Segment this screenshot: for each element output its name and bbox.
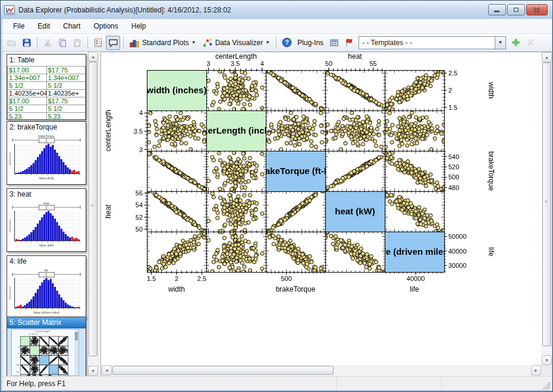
status-message: For Help, press F1: [2, 380, 65, 388]
scrollbar-thumb[interactable]: ≡: [542, 62, 551, 346]
table-cell: 5.23: [46, 113, 86, 120]
status-cell: [337, 377, 441, 390]
menu-bar: File Edit Chart Options Help: [2, 19, 552, 34]
mini-table: $17.00$17.751.34e+0071.34e+0075 1/25 1/2…: [7, 66, 86, 119]
templates-combobox[interactable]: - - Templates - - ▼: [359, 36, 506, 49]
copy-icon: [58, 38, 67, 48]
delete-template-button[interactable]: [523, 36, 538, 50]
table-cell: 1.34e+007: [46, 74, 86, 82]
table-cell: $17.00: [8, 97, 47, 105]
open-button[interactable]: [5, 36, 19, 50]
scatter-matrix-thumbnail-canvas[interactable]: [7, 328, 86, 376]
status-cell: [441, 377, 542, 390]
restore-button[interactable]: [507, 4, 525, 15]
menu-options[interactable]: Options: [87, 20, 124, 32]
plus-icon: [511, 38, 520, 47]
scrollbar-thumb[interactable]: [112, 366, 334, 375]
save-icon: [22, 38, 32, 48]
scroll-right-button[interactable]: ►: [531, 365, 541, 375]
scrollbar-corner: [542, 365, 552, 376]
open-icon: [7, 38, 17, 48]
sidebar-scrollbar[interactable]: ▲ ≡ ▼: [88, 52, 98, 376]
panel-table[interactable]: 1: Table $17.00$17.751.34e+0071.34e+0075…: [7, 54, 86, 120]
resize-grip[interactable]: [542, 381, 551, 390]
status-bar: For Help, press F1: [2, 376, 552, 390]
toolbar: Standard Plots ▼ Data Visualizer ▼ ? Plu…: [2, 34, 552, 52]
panel-heat-title[interactable]: 3: heat: [7, 189, 86, 200]
title-bar[interactable]: Data Explorer (Probabilistic Analysis)[U…: [1, 1, 552, 19]
standard-plots-label: Standard Plots: [142, 39, 189, 47]
panel-table-title[interactable]: 1: Table: [7, 55, 86, 66]
add-template-button[interactable]: [508, 36, 523, 50]
content-region: 1: Table $17.00$17.751.34e+0071.34e+0075…: [2, 52, 552, 376]
app-icon: [4, 5, 15, 15]
close-button[interactable]: [526, 4, 548, 15]
toolbar-separator: [87, 37, 88, 49]
table-cell: 5 1/2: [46, 105, 86, 113]
data-visualizer-button[interactable]: Data Visualizer ▼: [200, 36, 273, 50]
chevron-down-icon: ▼: [265, 40, 270, 45]
combobox-drop-button[interactable]: ▼: [495, 37, 505, 49]
paste-button[interactable]: [70, 36, 84, 50]
panel-scatter-matrix[interactable]: 5: Scatter Matrix: [7, 317, 86, 376]
scrollbar-thumb[interactable]: ≡: [89, 62, 98, 356]
table-cell: $17.75: [46, 67, 86, 74]
plugins-label: Plug-Ins: [297, 39, 323, 47]
save-button[interactable]: [20, 36, 34, 50]
scroll-up-button[interactable]: ▲: [542, 52, 552, 62]
panel-life[interactable]: 4: life: [7, 255, 86, 319]
minimize-button[interactable]: [488, 4, 506, 15]
toolbar-separator: [123, 37, 124, 49]
table-row: 1.34e+0071.34e+007: [8, 74, 86, 82]
chart-list-sidebar: 1: Table $17.00$17.751.34e+0071.34e+0075…: [2, 52, 99, 376]
standard-plots-button[interactable]: Standard Plots ▼: [127, 36, 199, 50]
svg-text:?: ?: [285, 39, 289, 46]
flag-icon: [344, 38, 354, 48]
menu-chart[interactable]: Chart: [57, 20, 86, 32]
panel-heat[interactable]: 3: heat: [7, 188, 86, 252]
histogram-thumbnail-canvas[interactable]: [7, 200, 86, 251]
scatter-matrix-canvas[interactable]: [103, 52, 501, 302]
help-button[interactable]: ?: [279, 36, 294, 50]
main-vertical-scrollbar[interactable]: ▲ ≡ ▼: [542, 52, 552, 365]
copy-button[interactable]: [55, 36, 70, 50]
scroll-down-button[interactable]: ▼: [542, 355, 552, 365]
histogram-thumbnail-canvas[interactable]: [7, 267, 86, 318]
data-visualizer-label: Data Visualizer: [215, 39, 263, 47]
comment-button[interactable]: [106, 36, 120, 50]
panel-braketorque-title[interactable]: 2: brakeTorque: [7, 122, 86, 133]
panel-braketorque[interactable]: 2: brakeTorque: [7, 121, 86, 185]
table-cell: $17.00: [8, 67, 47, 74]
main-horizontal-scrollbar[interactable]: ◄ ►: [101, 365, 542, 376]
scroll-left-button[interactable]: ◄: [102, 365, 112, 375]
table-row: $17.00$17.75: [8, 97, 86, 105]
templates-value: - - Templates - -: [359, 39, 495, 47]
x-icon: [527, 39, 535, 46]
cut-button[interactable]: [40, 36, 55, 50]
panel-life-title[interactable]: 4: life: [7, 256, 86, 267]
thumb-grip: ≡: [91, 205, 94, 207]
table-row: 5 1/25 1/2: [8, 82, 86, 90]
table-cell: $17.75: [46, 97, 86, 105]
comment-icon: [108, 38, 118, 48]
checklist-button[interactable]: [91, 36, 105, 50]
menu-file[interactable]: File: [7, 20, 30, 32]
restore-icon: [514, 8, 519, 12]
paste-icon: [73, 38, 82, 48]
table-row: 5.235.23: [8, 113, 86, 120]
menu-edit[interactable]: Edit: [32, 20, 56, 32]
table-cell: 1.40235e+: [46, 90, 86, 97]
thumb-grip: ≡: [545, 201, 548, 203]
plugins-button[interactable]: Plug-Ins: [294, 36, 326, 50]
grid-button[interactable]: [327, 36, 341, 50]
table-row: 1.40235e+0411.40235e+: [8, 90, 86, 97]
checklist-icon: [93, 38, 103, 48]
scroll-up-button[interactable]: ▲: [88, 52, 98, 62]
chevron-down-icon: ▼: [191, 40, 196, 45]
histogram-thumbnail-canvas[interactable]: [7, 133, 86, 184]
panel-scatter-matrix-title[interactable]: 5: Scatter Matrix: [7, 317, 86, 328]
scroll-down-button[interactable]: ▼: [88, 366, 98, 376]
flag-button[interactable]: [342, 36, 356, 50]
menu-help[interactable]: Help: [125, 20, 152, 32]
close-icon: [533, 7, 541, 13]
